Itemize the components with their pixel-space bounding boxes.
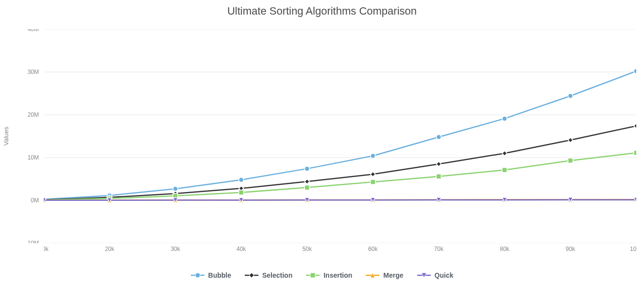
data-point[interactable] [371, 153, 375, 158]
data-point[interactable] [634, 150, 636, 155]
x-tick-label: 20k [105, 246, 115, 252]
data-point[interactable] [568, 93, 573, 98]
x-axis-area: 10k20k30k40k50k60k70k80k90k100k [44, 243, 636, 258]
series-line-quick[interactable] [44, 200, 636, 200]
x-tick-label: 70k [434, 246, 444, 252]
triangle-up-icon [366, 272, 379, 279]
svg-point-3 [239, 178, 244, 182]
legend-item-quick[interactable]: Quick [417, 271, 454, 279]
svg-point-7 [502, 116, 507, 121]
svg-point-51 [195, 273, 200, 278]
legend-label: Insertion [323, 271, 352, 279]
data-point[interactable] [436, 174, 441, 179]
y-tick-label: -10M [26, 240, 39, 243]
y-tick-label: 20M [28, 111, 39, 118]
legend-label: Merge [383, 271, 403, 279]
svg-marker-53 [249, 273, 254, 278]
data-point[interactable] [634, 69, 636, 73]
data-point[interactable] [502, 151, 507, 156]
svg-point-9 [634, 69, 636, 73]
y-axis-title-area: Values [2, 29, 15, 243]
x-tick-label: 60k [368, 246, 378, 252]
data-point[interactable] [371, 179, 375, 184]
legend-item-merge[interactable]: Merge [366, 271, 403, 279]
svg-point-8 [568, 93, 573, 98]
data-point[interactable] [568, 158, 573, 163]
data-point[interactable] [305, 166, 309, 171]
svg-rect-26 [436, 174, 441, 179]
x-tick-label: 50k [303, 246, 312, 252]
legend-label: Bubble [208, 271, 231, 279]
svg-rect-55 [310, 273, 315, 278]
legend-item-selection[interactable]: Selection [245, 271, 292, 279]
triangle-down-icon [417, 272, 431, 279]
svg-marker-15 [371, 172, 375, 177]
x-tick-label: 30k [170, 246, 180, 252]
svg-marker-19 [634, 124, 636, 128]
legend-item-bubble[interactable]: Bubble [191, 271, 231, 279]
svg-point-4 [305, 166, 309, 171]
chart-title: Ultimate Sorting Algorithms Comparison [0, 5, 644, 18]
svg-rect-27 [502, 168, 507, 173]
y-tick-label: 40M [28, 29, 39, 33]
svg-rect-23 [239, 190, 244, 195]
data-point[interactable] [239, 178, 244, 182]
x-tick-label: 100k [630, 246, 636, 252]
data-point[interactable] [634, 124, 636, 128]
x-tick-label: 90k [566, 246, 576, 252]
data-point[interactable] [436, 135, 441, 140]
svg-marker-14 [305, 179, 309, 184]
chart-root: Ultimate Sorting Algorithms Comparison -… [0, 0, 644, 285]
svg-marker-18 [568, 138, 573, 142]
data-point[interactable] [305, 185, 309, 190]
data-point[interactable] [502, 168, 507, 173]
svg-point-5 [371, 153, 375, 158]
svg-point-2 [173, 186, 178, 191]
data-point[interactable] [436, 161, 441, 166]
plot-area [44, 29, 636, 243]
svg-rect-25 [371, 179, 375, 184]
svg-point-6 [436, 135, 441, 140]
data-point[interactable] [173, 186, 178, 191]
diamond-icon [245, 272, 258, 279]
y-tick-label: 30M [28, 69, 39, 75]
circle-icon [191, 272, 204, 279]
legend-label: Quick [435, 271, 454, 279]
legend: BubbleSelectionInsertionMergeQuick [0, 271, 644, 279]
series-line-bubble[interactable] [44, 71, 636, 199]
svg-marker-17 [502, 151, 507, 156]
x-tick-label: 40k [237, 246, 246, 252]
data-point[interactable] [305, 179, 309, 184]
svg-rect-29 [634, 150, 636, 155]
legend-label: Selection [262, 271, 292, 279]
data-point[interactable] [502, 116, 507, 121]
y-tick-label: 10M [28, 154, 39, 161]
svg-rect-24 [305, 185, 309, 190]
data-point[interactable] [568, 138, 573, 142]
data-point[interactable] [371, 172, 375, 177]
svg-marker-16 [436, 161, 441, 166]
square-icon [306, 272, 320, 279]
legend-item-insertion[interactable]: Insertion [306, 271, 352, 279]
svg-rect-28 [568, 158, 573, 163]
x-tick-label: 10k [44, 246, 49, 252]
y-tick-label: 0M [31, 197, 39, 204]
y-axis-title: Values [2, 126, 10, 145]
data-point[interactable] [239, 190, 244, 195]
x-tick-label: 80k [500, 246, 509, 252]
